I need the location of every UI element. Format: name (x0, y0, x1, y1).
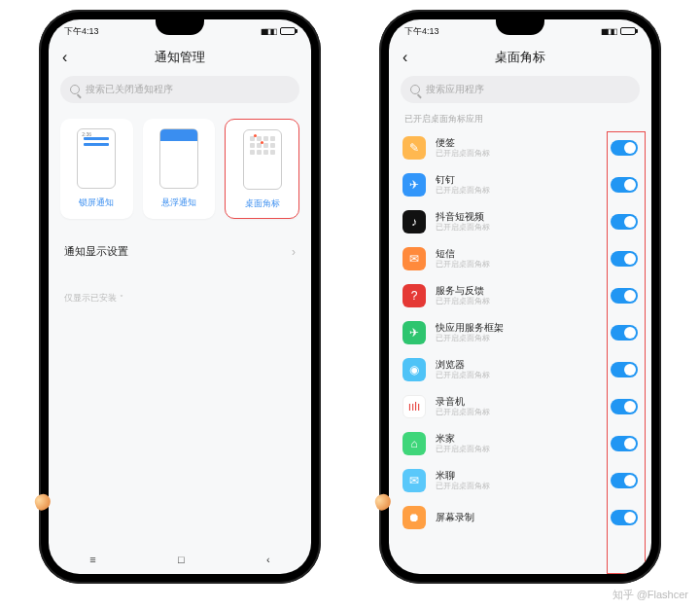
app-sub: 已开启桌面角标 (436, 260, 601, 269)
signal-icon (601, 26, 616, 36)
row-label: 通知显示设置 (64, 244, 128, 259)
app-list: ✎ 便签 已开启桌面角标 ✈ 钉钉 已开启桌面角标 ♪ (389, 129, 651, 574)
chevron-right-icon: › (292, 245, 296, 259)
app-row-dingtalk[interactable]: ✈ 钉钉 已开启桌面角标 (402, 166, 638, 203)
app-icon-sms: ✉ (402, 247, 426, 270)
signal-icon (261, 26, 276, 36)
app-icon-dingtalk: ✈ (402, 173, 426, 197)
footer-note: 仅显示已安装 ˅ (64, 292, 296, 305)
app-icon-quickapp: ✈ (402, 321, 426, 344)
app-sub: 已开启桌面角标 (436, 408, 601, 417)
app-row-douyin[interactable]: ♪ 抖音短视频 已开启桌面角标 (402, 203, 638, 240)
app-icon-mijia: ⌂ (402, 432, 426, 455)
search-input[interactable]: 搜索应用程序 (401, 76, 640, 103)
app-sub: 已开启桌面角标 (436, 186, 601, 196)
app-sub: 已开启桌面角标 (436, 482, 601, 491)
toggle-switch[interactable] (611, 288, 638, 304)
card-label: 桌面角标 (245, 197, 280, 210)
app-icon-note: ✎ (402, 136, 426, 160)
app-name: 钉钉 (436, 174, 601, 186)
mock-floating-icon (159, 128, 198, 189)
nav-menu-icon[interactable]: ≡ (89, 554, 95, 565)
header: ‹ 桌面角标 (389, 43, 651, 76)
app-row-quickapp[interactable]: ✈ 快应用服务框架 已开启桌面角标 (402, 314, 638, 351)
toggle-switch[interactable] (611, 436, 638, 451)
app-name: 屏幕录制 (436, 512, 601, 523)
app-sub: 已开启桌面角标 (436, 334, 601, 343)
app-name: 抖音短视频 (436, 211, 601, 223)
nav-back-icon[interactable]: ‹ (266, 554, 270, 565)
search-placeholder: 搜索已关闭通知程序 (86, 83, 173, 96)
section-label: 已开启桌面角标应用 (389, 113, 651, 129)
toggle-switch[interactable] (611, 510, 638, 525)
screen-right: 下午4:13 ‹ 桌面角标 搜索应用程序 已开启桌面角标应用 ✎ (389, 19, 651, 574)
watermark: 知乎 @Flashcer (612, 588, 688, 602)
app-icon-michat: ✉ (402, 469, 426, 492)
app-icon-screen-record: ⏺ (402, 506, 426, 529)
app-name: 米家 (436, 433, 601, 445)
search-icon (410, 85, 420, 94)
app-name: 短信 (436, 248, 601, 260)
row-notif-display-settings[interactable]: 通知显示设置 › (60, 234, 299, 269)
app-sub: 已开启桌面角标 (436, 149, 601, 159)
app-sub: 已开启桌面角标 (436, 297, 601, 306)
header: ‹ 通知管理 (49, 43, 311, 76)
battery-icon (280, 27, 296, 35)
app-sub: 已开启桌面角标 (436, 371, 601, 380)
app-row-browser[interactable]: ◉ 浏览器 已开启桌面角标 (402, 351, 638, 388)
app-row-sms[interactable]: ✉ 短信 已开启桌面角标 (402, 240, 638, 277)
toggle-switch[interactable] (611, 399, 638, 414)
mock-badge-icon (243, 129, 282, 190)
page-title: 桌面角标 (402, 49, 638, 66)
android-navbar: ≡ □ ‹ (49, 545, 311, 574)
card-lockscreen-notif[interactable]: 2:36 锁屏通知 (60, 119, 133, 219)
toggle-switch[interactable] (611, 325, 638, 341)
app-sub: 已开启桌面角标 (436, 445, 601, 454)
app-row-screen-record[interactable]: ⏺ 屏幕录制 (402, 499, 638, 536)
app-row-service-feedback[interactable]: ? 服务与反馈 已开启桌面角标 (402, 277, 638, 314)
toggle-switch[interactable] (611, 251, 638, 267)
app-icon-browser: ◉ (402, 358, 426, 381)
card-label: 锁屏通知 (79, 197, 114, 209)
app-row-michat[interactable]: ✉ 米聊 已开启桌面角标 (402, 462, 638, 499)
app-icon-douyin: ♪ (402, 210, 426, 233)
status-time: 下午4:13 (404, 25, 439, 38)
app-name: 浏览器 (436, 359, 601, 371)
app-row-recorder[interactable]: ıılı 录音机 已开启桌面角标 (402, 388, 638, 425)
toggle-switch[interactable] (611, 177, 638, 193)
mock-lockscreen-icon: 2:36 (77, 128, 116, 189)
notch (156, 19, 204, 35)
app-row-mijia[interactable]: ⌂ 米家 已开启桌面角标 (402, 425, 638, 462)
page-title: 通知管理 (62, 49, 298, 66)
app-icon-service: ? (402, 284, 426, 307)
app-name: 便签 (436, 137, 601, 149)
card-label: 悬浮通知 (161, 197, 196, 209)
toggle-switch[interactable] (611, 362, 638, 377)
app-icon-recorder: ıılı (402, 395, 426, 418)
screen-left: 下午4:13 ‹ 通知管理 搜索已关闭通知程序 2:36 锁屏通知 (49, 19, 311, 574)
notch (496, 19, 544, 35)
phone-frame-right: 下午4:13 ‹ 桌面角标 搜索应用程序 已开启桌面角标应用 ✎ (379, 10, 661, 584)
card-floating-notif[interactable]: 悬浮通知 (143, 119, 216, 219)
app-sub: 已开启桌面角标 (436, 223, 601, 233)
search-input[interactable]: 搜索已关闭通知程序 (60, 76, 299, 103)
battery-icon (620, 27, 636, 35)
app-name: 米聊 (436, 470, 601, 482)
toggle-switch[interactable] (611, 473, 638, 488)
card-desktop-badge[interactable]: 桌面角标 (225, 119, 299, 219)
phone-frame-left: 下午4:13 ‹ 通知管理 搜索已关闭通知程序 2:36 锁屏通知 (39, 10, 321, 584)
app-name: 快应用服务框架 (436, 322, 601, 334)
app-name: 录音机 (436, 396, 601, 408)
search-icon (70, 85, 80, 94)
search-placeholder: 搜索应用程序 (426, 83, 484, 96)
toggle-switch[interactable] (611, 140, 638, 156)
toggle-switch[interactable] (611, 214, 638, 230)
app-row-note[interactable]: ✎ 便签 已开启桌面角标 (402, 129, 638, 166)
status-time: 下午4:13 (64, 25, 99, 38)
app-name: 服务与反馈 (436, 285, 601, 297)
nav-home-icon[interactable]: □ (178, 554, 185, 565)
chevron-down-icon: ˅ (120, 294, 123, 303)
